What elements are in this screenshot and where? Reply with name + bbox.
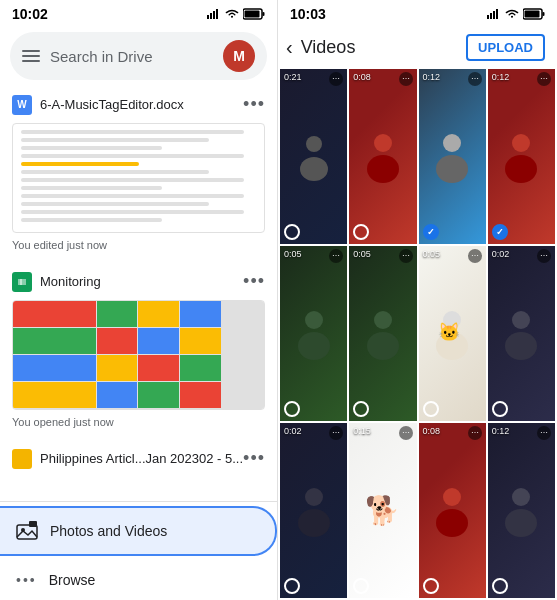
avatar[interactable]: M xyxy=(223,40,255,72)
svg-rect-5 xyxy=(263,12,265,16)
svg-rect-18 xyxy=(493,11,495,19)
upload-button[interactable]: UPLOAD xyxy=(466,34,545,61)
video-thumb-1[interactable]: 0:21 xyxy=(280,69,347,244)
svg-rect-6 xyxy=(245,11,260,18)
file-item-1[interactable]: W 6-A-MusicTagEditor.docx ••• You edit xyxy=(0,84,277,261)
signal-icon-right xyxy=(487,9,501,19)
svg-text:🐱: 🐱 xyxy=(438,321,461,343)
doc-line xyxy=(21,130,244,134)
video-duration-2: 0:08 xyxy=(353,72,371,82)
video-overflow-10[interactable] xyxy=(399,426,413,440)
video-overflow-8[interactable] xyxy=(537,249,551,263)
nav-item-browse[interactable]: ••• Browse xyxy=(0,560,277,600)
wifi-icon-right xyxy=(505,9,519,19)
more-options-1[interactable]: ••• xyxy=(243,94,265,115)
video-thumb-5[interactable]: 0:05 xyxy=(280,246,347,421)
file-title-row-1: W 6-A-MusicTagEditor.docx xyxy=(12,95,184,115)
video-thumb-8[interactable]: 0:02 xyxy=(488,246,555,421)
select-circle-1[interactable] xyxy=(284,224,300,240)
thumb-content-1 xyxy=(280,69,347,244)
svg-point-31 xyxy=(305,311,323,329)
nav-label-photos-videos: Photos and Videos xyxy=(50,523,167,539)
svg-point-30 xyxy=(505,155,537,183)
back-button[interactable]: ‹ xyxy=(286,36,293,59)
video-overflow-6[interactable] xyxy=(399,249,413,263)
svg-point-41 xyxy=(298,509,330,537)
video-thumb-2[interactable]: 0:08 xyxy=(349,69,416,244)
video-thumb-9[interactable]: 0:02 xyxy=(280,423,347,598)
slides-icon xyxy=(12,449,32,469)
doc-line-highlight xyxy=(21,162,139,166)
video-thumb-3[interactable]: 0:12 xyxy=(419,69,486,244)
dog-icon: 🐕 xyxy=(365,494,400,527)
search-bar[interactable]: Search in Drive M xyxy=(10,32,267,80)
select-circle-4[interactable] xyxy=(492,224,508,240)
select-circle-9[interactable] xyxy=(284,578,300,594)
video-duration-7: 0:05 xyxy=(423,249,441,259)
more-options-2[interactable]: ••• xyxy=(243,271,265,292)
svg-point-23 xyxy=(306,136,322,152)
search-placeholder: Search in Drive xyxy=(50,48,213,65)
svg-rect-1 xyxy=(210,13,212,19)
svg-point-40 xyxy=(305,488,323,506)
doc-line xyxy=(21,154,244,158)
battery-icon-right xyxy=(523,8,545,20)
select-circle-7[interactable] xyxy=(423,401,439,417)
video-overflow-11[interactable] xyxy=(468,426,482,440)
file-item-3[interactable]: Philippines Articl...Jan 202302 - 5... •… xyxy=(0,438,277,481)
select-circle-8[interactable] xyxy=(492,401,508,417)
svg-point-28 xyxy=(436,155,468,183)
video-duration-3: 0:12 xyxy=(423,72,441,82)
video-duration-1: 0:21 xyxy=(284,72,302,82)
thumb-content-3 xyxy=(419,69,486,244)
thumb-content-4 xyxy=(488,69,555,244)
svg-point-33 xyxy=(374,311,392,329)
status-bar-left: 10:02 xyxy=(0,0,277,28)
file-item-2[interactable]: Monitoring ••• You opened just now xyxy=(0,261,277,438)
svg-point-43 xyxy=(436,509,468,537)
doc-preview xyxy=(13,124,264,232)
video-duration-12: 0:12 xyxy=(492,426,510,436)
svg-point-39 xyxy=(505,332,537,360)
thumb-content-10: 🐕 xyxy=(349,423,416,598)
select-circle-12[interactable] xyxy=(492,578,508,594)
video-duration-10: 0:15 xyxy=(353,426,371,436)
video-duration-6: 0:05 xyxy=(353,249,371,259)
video-thumb-6[interactable]: 0:05 xyxy=(349,246,416,421)
select-circle-3[interactable] xyxy=(423,224,439,240)
svg-rect-21 xyxy=(543,12,545,16)
doc-line xyxy=(21,194,244,198)
word-icon: W xyxy=(12,95,32,115)
svg-point-29 xyxy=(512,134,530,152)
nav-more-dots[interactable]: ••• xyxy=(16,572,37,588)
file-preview-1 xyxy=(12,123,265,233)
video-duration-5: 0:05 xyxy=(284,249,302,259)
more-options-3[interactable]: ••• xyxy=(243,448,265,469)
file-title-row-3: Philippines Articl...Jan 202302 - 5... xyxy=(12,449,243,469)
svg-point-26 xyxy=(367,155,399,183)
video-thumb-10[interactable]: 🐕 0:15 xyxy=(349,423,416,598)
video-overflow-4[interactable] xyxy=(537,72,551,86)
select-circle-5[interactable] xyxy=(284,401,300,417)
menu-icon[interactable] xyxy=(22,50,40,62)
nav-item-photos-videos[interactable]: Photos and Videos xyxy=(0,506,277,556)
video-overflow-3[interactable] xyxy=(468,72,482,86)
video-overflow-7[interactable] xyxy=(468,249,482,263)
left-panel: 10:02 Search in Drive M xyxy=(0,0,278,600)
video-duration-8: 0:02 xyxy=(492,249,510,259)
video-thumb-11[interactable]: 0:08 xyxy=(419,423,486,598)
file-header-3: Philippines Articl...Jan 202302 - 5... •… xyxy=(12,448,265,469)
svg-rect-13 xyxy=(17,525,37,539)
svg-point-24 xyxy=(300,157,328,181)
select-circle-11[interactable] xyxy=(423,578,439,594)
video-thumb-4[interactable]: 0:12 xyxy=(488,69,555,244)
video-overflow-2[interactable] xyxy=(399,72,413,86)
svg-point-42 xyxy=(443,488,461,506)
doc-line xyxy=(21,218,162,222)
video-overflow-12[interactable] xyxy=(537,426,551,440)
bottom-nav: Photos and Videos ••• Browse xyxy=(0,501,277,600)
video-thumb-12[interactable]: 0:12 xyxy=(488,423,555,598)
file-title-row-2: Monitoring xyxy=(12,272,101,292)
status-time-right: 10:03 xyxy=(290,6,326,22)
video-thumb-7[interactable]: 🐱 0:05 xyxy=(419,246,486,421)
